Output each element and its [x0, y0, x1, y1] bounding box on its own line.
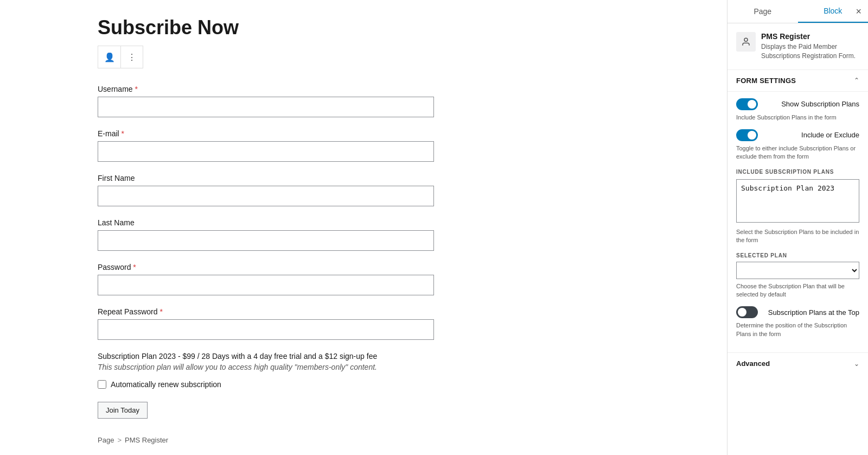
user-icon-button[interactable]: 👤: [98, 46, 120, 68]
form-label-username: Username *: [98, 85, 694, 93]
plans-at-top-label: Subscription Plans at the Top: [768, 308, 859, 317]
form-label-e-mail: E-mail *: [98, 129, 694, 138]
auto-renew-group: Automatically renew subscription: [98, 380, 694, 389]
page-title: Subscribe Now: [98, 16, 694, 39]
chevron-down-icon: ⌄: [854, 360, 859, 368]
show-subscription-plans-row: Show Subscription Plans: [736, 98, 859, 110]
toggle-slider-top: [736, 306, 758, 318]
include-exclude-desc: Toggle to either include Subscription Pl…: [736, 144, 859, 161]
form-settings-heading: Form Settings: [736, 77, 796, 85]
form-input-password[interactable]: [98, 275, 434, 295]
plugin-section: PMS Register Displays the Paid Member Su…: [727, 23, 868, 70]
selected-plan-desc: Choose the Subscription Plan that will b…: [736, 282, 859, 299]
user-icon: 👤: [104, 52, 115, 62]
toggle-slider-show: [736, 98, 758, 110]
auto-renew-label[interactable]: Automatically renew subscription: [111, 380, 221, 389]
form-input-repeat-password[interactable]: [98, 319, 434, 340]
include-exclude-toggle[interactable]: [736, 129, 758, 141]
form-group: E-mail *: [98, 129, 694, 162]
form-group: Username *: [98, 85, 694, 117]
auto-renew-checkbox[interactable]: [98, 380, 106, 389]
form-settings-content: Show Subscription Plans Include Subscrip…: [727, 92, 868, 353]
required-asterisk: *: [122, 129, 124, 138]
selected-plan-dropdown[interactable]: [736, 262, 859, 279]
required-asterisk: *: [135, 85, 137, 93]
breadcrumb-current: PMS Register: [125, 436, 168, 444]
breadcrumb: Page > PMS Register: [98, 436, 168, 444]
show-subscription-plans-label: Show Subscription Plans: [781, 100, 859, 108]
include-exclude-label: Include or Exclude: [801, 131, 859, 139]
subscription-desc: This subscription plan will allow you to…: [98, 363, 694, 371]
form-group: Repeat Password *: [98, 307, 694, 340]
selected-plan-label: SELECTED PLAN: [736, 252, 859, 258]
include-plans-textarea[interactable]: Subscription Plan 2023: [736, 179, 859, 223]
advanced-section[interactable]: Advanced ⌄: [727, 353, 868, 374]
form-input-last-name[interactable]: [98, 230, 434, 251]
plans-at-top-row: Subscription Plans at the Top: [736, 306, 859, 318]
advanced-label: Advanced: [736, 359, 770, 368]
form-settings-header[interactable]: Form Settings ⌃: [727, 70, 868, 92]
form-input-username[interactable]: [98, 97, 434, 117]
include-plans-desc: Select the Subscription Plans to be incl…: [736, 228, 859, 245]
form-label-repeat-password: Repeat Password *: [98, 307, 694, 316]
form-input-first-name[interactable]: [98, 186, 434, 206]
svg-point-0: [744, 38, 748, 41]
more-options-button[interactable]: ⋮: [120, 46, 143, 68]
form-group: Last Name: [98, 218, 694, 251]
block-toolbar: 👤 ⋮: [98, 46, 694, 68]
chevron-up-icon: ⌃: [854, 77, 859, 84]
form-input-e-mail[interactable]: [98, 141, 434, 162]
show-subscription-plans-toggle[interactable]: [736, 98, 758, 110]
plugin-header: PMS Register Displays the Paid Member Su…: [736, 32, 859, 61]
plans-at-top-desc: Determine the position of the Subscripti…: [736, 321, 859, 338]
required-asterisk: *: [159, 307, 162, 316]
plans-at-top-toggle[interactable]: [736, 306, 758, 318]
plugin-info: PMS Register Displays the Paid Member Su…: [761, 32, 859, 61]
submit-button[interactable]: Join Today: [98, 402, 148, 419]
form-label-first-name: First Name: [98, 174, 694, 182]
right-sidebar: Page Block × PMS Register Displays the P…: [727, 0, 868, 455]
plugin-icon: [736, 32, 756, 52]
main-content: Subscribe Now 👤 ⋮ Username *E-mail *Firs…: [0, 0, 727, 455]
toggle-slider-include: [736, 129, 758, 141]
required-asterisk: *: [133, 263, 136, 271]
tab-page[interactable]: Page: [727, 0, 798, 23]
form-label-password: Password *: [98, 263, 694, 271]
show-subscription-plans-desc: Include Subscription Plans in the form: [736, 113, 859, 122]
include-plans-section-label: INCLUDE SUBSCRIPTION PLANS: [736, 169, 859, 175]
form-fields-container: Username *E-mail *First NameLast NamePas…: [98, 85, 694, 340]
plugin-name: PMS Register: [761, 32, 859, 41]
close-button[interactable]: ×: [856, 7, 861, 16]
subscription-title: Subscription Plan 2023 - $99 / 28 Days w…: [98, 352, 694, 361]
form-group: First Name: [98, 174, 694, 206]
more-icon: ⋮: [127, 52, 136, 62]
plugin-description: Displays the Paid Member Subscriptions R…: [761, 42, 859, 61]
breadcrumb-separator: >: [117, 436, 122, 444]
form-group: Password *: [98, 263, 694, 295]
breadcrumb-parent[interactable]: Page: [98, 436, 114, 444]
include-exclude-row: Include or Exclude: [736, 129, 859, 141]
subscription-info: Subscription Plan 2023 - $99 / 28 Days w…: [98, 352, 694, 371]
sidebar-tabs: Page Block ×: [727, 0, 868, 23]
form-label-last-name: Last Name: [98, 218, 694, 227]
